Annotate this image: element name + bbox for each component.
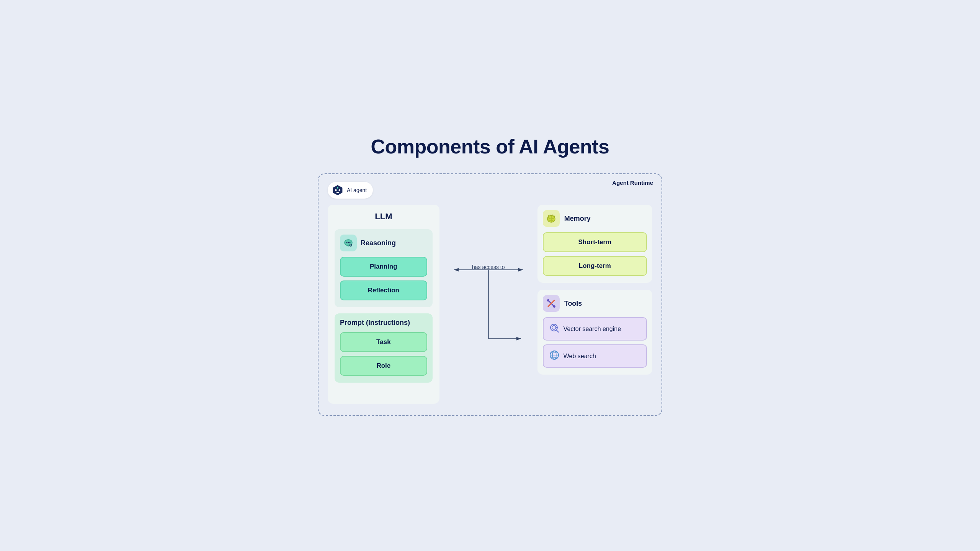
svg-point-19 bbox=[547, 299, 549, 302]
globe-icon-svg bbox=[549, 350, 560, 360]
runtime-label: Agent Runtime bbox=[612, 179, 653, 186]
tools-title: Tools bbox=[564, 300, 582, 308]
long-term-button[interactable]: Long-term bbox=[543, 256, 647, 276]
tools-header: Tools bbox=[543, 295, 647, 312]
tools-icon bbox=[546, 298, 557, 309]
svg-point-9 bbox=[350, 242, 351, 243]
web-search-button[interactable]: Web search bbox=[543, 344, 647, 368]
reasoning-icon-box: ? bbox=[340, 235, 357, 251]
runtime-container: Agent Runtime AI agent LLM bbox=[318, 173, 662, 416]
web-search-icon bbox=[549, 350, 560, 362]
task-button[interactable]: Task bbox=[340, 332, 427, 352]
svg-point-8 bbox=[348, 242, 349, 243]
svg-point-25 bbox=[555, 327, 557, 328]
tools-panel: Tools Vector search engine bbox=[537, 290, 652, 375]
llm-panel: LLM ? bbox=[328, 205, 439, 404]
prompt-header: Prompt (Instructions) bbox=[340, 319, 427, 327]
memory-header: Memory bbox=[543, 210, 647, 227]
right-panels: Memory Short-term Long-term bbox=[537, 205, 652, 375]
llm-title: LLM bbox=[335, 212, 433, 222]
svg-point-2 bbox=[338, 189, 340, 191]
tools-icon-box bbox=[543, 295, 560, 312]
prompt-panel: Prompt (Instructions) Task Role bbox=[335, 313, 433, 383]
role-button[interactable]: Role bbox=[340, 356, 427, 376]
svg-point-4 bbox=[337, 187, 338, 188]
vector-search-icon bbox=[549, 323, 560, 335]
vector-search-button[interactable]: Vector search engine bbox=[543, 317, 647, 341]
arrow-label: has access to bbox=[472, 264, 505, 270]
vector-search-label: Vector search engine bbox=[564, 326, 621, 333]
memory-title: Memory bbox=[564, 215, 591, 223]
memory-panel: Memory Short-term Long-term bbox=[537, 205, 652, 283]
svg-rect-3 bbox=[336, 192, 339, 193]
vector-icon-svg bbox=[549, 323, 560, 333]
svg-marker-0 bbox=[333, 185, 342, 195]
robot-icon bbox=[332, 184, 344, 196]
web-search-label: Web search bbox=[564, 353, 596, 360]
svg-point-7 bbox=[346, 242, 348, 243]
svg-point-1 bbox=[335, 189, 337, 191]
reasoning-icon: ? bbox=[343, 238, 354, 248]
prompt-title: Prompt (Instructions) bbox=[340, 319, 410, 327]
svg-text:?: ? bbox=[350, 244, 351, 246]
agent-label: AI agent bbox=[347, 187, 367, 193]
inner-layout: LLM ? bbox=[328, 205, 652, 404]
brain-icon bbox=[546, 213, 557, 224]
svg-point-24 bbox=[553, 324, 555, 326]
planning-button[interactable]: Planning bbox=[340, 257, 427, 277]
svg-point-20 bbox=[553, 305, 555, 308]
arrow-area: has access to bbox=[450, 205, 527, 404]
svg-point-22 bbox=[552, 326, 556, 329]
reasoning-panel: ? Reasoning Planning Reflection bbox=[335, 229, 433, 307]
short-term-button[interactable]: Short-term bbox=[543, 232, 647, 252]
connection-arrows bbox=[450, 205, 527, 404]
svg-line-23 bbox=[556, 330, 559, 332]
memory-icon-box bbox=[543, 210, 560, 227]
reasoning-title: Reasoning bbox=[361, 239, 396, 247]
reasoning-header: ? Reasoning bbox=[340, 235, 427, 251]
agent-badge: AI agent bbox=[328, 182, 373, 199]
reflection-button[interactable]: Reflection bbox=[340, 280, 427, 300]
page-title: Components of AI Agents bbox=[371, 135, 609, 158]
